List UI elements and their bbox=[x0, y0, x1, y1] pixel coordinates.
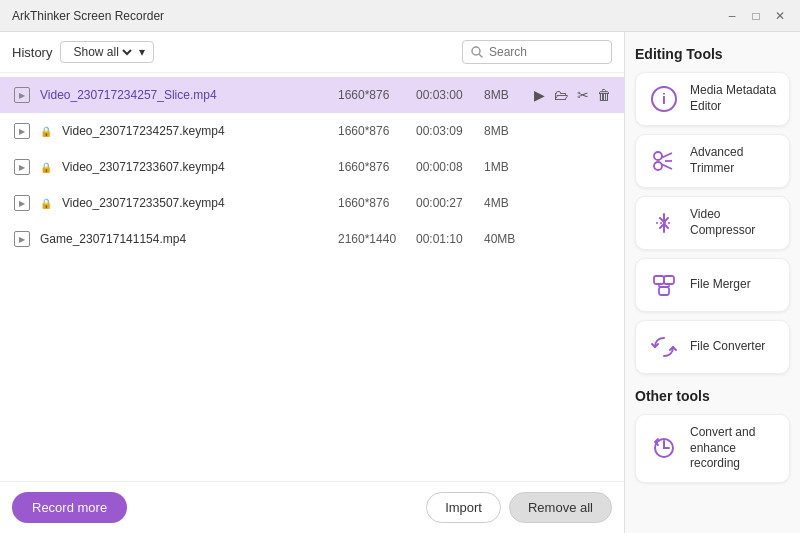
title-bar: ArkThinker Screen Recorder – □ ✕ bbox=[0, 0, 800, 32]
tool-card-media-metadata[interactable]: i Media Metadata Editor bbox=[635, 72, 790, 126]
file-icon-inner: ▶ bbox=[14, 123, 30, 139]
app-title: ArkThinker Screen Recorder bbox=[12, 9, 724, 23]
window-controls: – □ ✕ bbox=[724, 8, 788, 24]
file-size: 8MB bbox=[484, 124, 524, 138]
file-type-icon: ▶ bbox=[12, 157, 32, 177]
file-duration: 00:00:08 bbox=[416, 160, 476, 174]
close-button[interactable]: ✕ bbox=[772, 8, 788, 24]
file-merger-label: File Merger bbox=[690, 277, 751, 293]
advanced-trimmer-icon bbox=[648, 145, 680, 177]
file-duration: 00:01:10 bbox=[416, 232, 476, 246]
toolbar: History Show all ▾ bbox=[0, 32, 624, 73]
svg-point-5 bbox=[654, 162, 662, 170]
file-resolution: 1660*876 bbox=[338, 124, 408, 138]
file-converter-label: File Converter bbox=[690, 339, 765, 355]
file-duration: 00:03:09 bbox=[416, 124, 476, 138]
file-size: 1MB bbox=[484, 160, 524, 174]
bottom-bar: Record more Import Remove all bbox=[0, 481, 624, 533]
delete-button[interactable]: 🗑 bbox=[597, 85, 613, 105]
right-panel: Editing Tools i Media Metadata Editor Ad… bbox=[625, 32, 800, 533]
file-row[interactable]: ▶ Video_230717234257_Slice.mp4 1660*876 … bbox=[0, 77, 624, 113]
file-resolution: 1660*876 bbox=[338, 160, 408, 174]
file-row[interactable]: ▶ 🔒 Video_230717234257.keymp4 1660*876 0… bbox=[0, 113, 624, 149]
media-metadata-icon: i bbox=[648, 83, 680, 115]
editing-tools-title: Editing Tools bbox=[635, 46, 790, 62]
file-duration: 00:03:00 bbox=[416, 88, 476, 102]
file-resolution: 1660*876 bbox=[338, 196, 408, 210]
svg-text:i: i bbox=[662, 91, 666, 107]
file-icon-inner: ▶ bbox=[14, 159, 30, 175]
svg-point-4 bbox=[654, 152, 662, 160]
file-row[interactable]: ▶ 🔒 Video_230717233507.keymp4 1660*876 0… bbox=[0, 185, 624, 221]
file-size: 40MB bbox=[484, 232, 524, 246]
file-icon-inner: ▶ bbox=[14, 195, 30, 211]
file-size: 8MB bbox=[484, 88, 524, 102]
file-icon-inner: ▶ bbox=[14, 231, 30, 247]
lock-icon: 🔒 bbox=[40, 198, 52, 209]
other-tools-container: Convert and enhance recording bbox=[635, 414, 790, 491]
file-actions: ▶ 🗁 ✂ 🗑 bbox=[532, 85, 612, 105]
search-icon bbox=[471, 46, 483, 58]
file-name: Video_230717233607.keymp4 bbox=[62, 160, 330, 174]
show-all-select-input[interactable]: Show all bbox=[69, 44, 135, 60]
file-type-icon: ▶ bbox=[12, 85, 32, 105]
file-name: Video_230717234257_Slice.mp4 bbox=[40, 88, 330, 102]
media-metadata-label: Media Metadata Editor bbox=[690, 83, 777, 114]
play-button[interactable]: ▶ bbox=[532, 85, 548, 105]
remove-all-button[interactable]: Remove all bbox=[509, 492, 612, 523]
file-name: Video_230717233507.keymp4 bbox=[62, 196, 330, 210]
file-row[interactable]: ▶ Game_230717141154.mp4 2160*1440 00:01:… bbox=[0, 221, 624, 257]
history-label: History bbox=[12, 45, 52, 60]
lock-icon: 🔒 bbox=[40, 162, 52, 173]
maximize-button[interactable]: □ bbox=[748, 8, 764, 24]
tool-card-convert-enhance[interactable]: Convert and enhance recording bbox=[635, 414, 790, 483]
record-more-button[interactable]: Record more bbox=[12, 492, 127, 523]
file-type-icon: ▶ bbox=[12, 193, 32, 213]
svg-point-0 bbox=[472, 47, 480, 55]
cut-button[interactable]: ✂ bbox=[575, 85, 591, 105]
svg-rect-13 bbox=[664, 276, 674, 284]
svg-line-1 bbox=[480, 55, 483, 58]
file-list: ▶ Video_230717234257_Slice.mp4 1660*876 … bbox=[0, 73, 624, 481]
other-tools-title: Other tools bbox=[635, 388, 790, 404]
tool-card-file-merger[interactable]: File Merger bbox=[635, 258, 790, 312]
left-panel: History Show all ▾ ▶ bbox=[0, 32, 625, 533]
dropdown-chevron-icon: ▾ bbox=[139, 45, 145, 59]
file-duration: 00:00:27 bbox=[416, 196, 476, 210]
convert-enhance-icon bbox=[648, 432, 680, 464]
main-layout: History Show all ▾ ▶ bbox=[0, 32, 800, 533]
file-icon-inner: ▶ bbox=[14, 87, 30, 103]
tool-card-video-compressor[interactable]: Video Compressor bbox=[635, 196, 790, 250]
file-row[interactable]: ▶ 🔒 Video_230717233607.keymp4 1660*876 0… bbox=[0, 149, 624, 185]
tools-container: i Media Metadata Editor Advanced Trimmer… bbox=[635, 72, 790, 382]
svg-rect-14 bbox=[659, 287, 669, 295]
video-compressor-icon bbox=[648, 207, 680, 239]
search-box bbox=[462, 40, 612, 64]
folder-button[interactable]: 🗁 bbox=[554, 85, 570, 105]
tool-card-advanced-trimmer[interactable]: Advanced Trimmer bbox=[635, 134, 790, 188]
video-compressor-label: Video Compressor bbox=[690, 207, 777, 238]
file-size: 4MB bbox=[484, 196, 524, 210]
import-button[interactable]: Import bbox=[426, 492, 501, 523]
file-type-icon: ▶ bbox=[12, 121, 32, 141]
lock-icon: 🔒 bbox=[40, 126, 52, 137]
advanced-trimmer-label: Advanced Trimmer bbox=[690, 145, 777, 176]
file-type-icon: ▶ bbox=[12, 229, 32, 249]
file-name: Game_230717141154.mp4 bbox=[40, 232, 330, 246]
file-resolution: 2160*1440 bbox=[338, 232, 408, 246]
file-merger-icon bbox=[648, 269, 680, 301]
minimize-button[interactable]: – bbox=[724, 8, 740, 24]
svg-rect-12 bbox=[654, 276, 664, 284]
convert-enhance-label: Convert and enhance recording bbox=[690, 425, 777, 472]
tool-card-file-converter[interactable]: File Converter bbox=[635, 320, 790, 374]
file-resolution: 1660*876 bbox=[338, 88, 408, 102]
file-converter-icon bbox=[648, 331, 680, 363]
search-input[interactable] bbox=[489, 45, 603, 59]
show-all-dropdown[interactable]: Show all ▾ bbox=[60, 41, 154, 63]
file-name: Video_230717234257.keymp4 bbox=[62, 124, 330, 138]
